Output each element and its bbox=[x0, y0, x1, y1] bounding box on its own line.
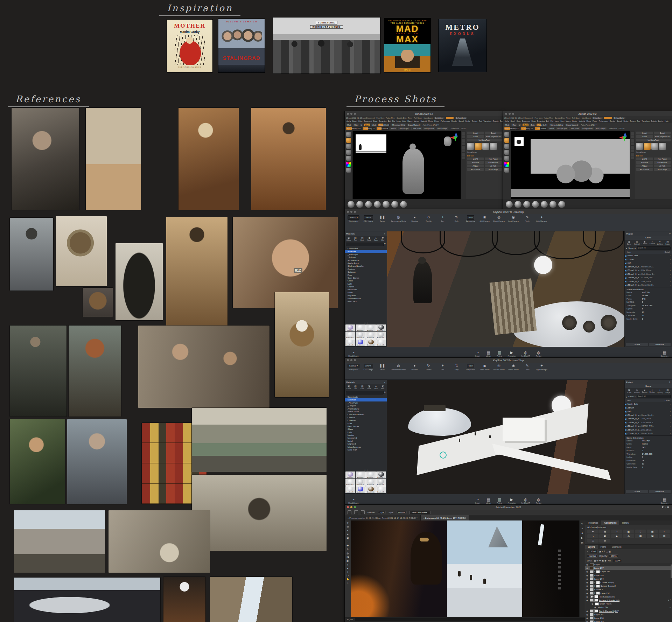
black-white-icon[interactable]: ◑ bbox=[587, 534, 598, 538]
zbrush-menu-item[interactable]: Macro bbox=[566, 120, 570, 122]
layer-row[interactable]: 8 Fire & Flames II (347) bbox=[585, 609, 672, 613]
layer-thumbnail[interactable] bbox=[590, 620, 594, 622]
zbrush-toolbar-button[interactable]: ActivePoints 171.344 bbox=[580, 124, 598, 126]
window-controls[interactable] bbox=[347, 506, 356, 508]
subtool-button[interactable]: All To Home bbox=[636, 168, 653, 171]
keyshot-toolbar-button[interactable]: ✦ Light Manager bbox=[536, 364, 547, 371]
posterize-icon[interactable]: ◪ bbox=[647, 534, 658, 538]
keyshot-toolbar-button[interactable]: ◙ Add Camera bbox=[479, 364, 490, 371]
window-title-bar[interactable]: KeyShot 10.2 Pro - war2.bip bbox=[345, 209, 672, 214]
zbrush-toolbar-button[interactable]: Close Holes bbox=[569, 127, 580, 130]
material-sphere-icon[interactable] bbox=[504, 156, 509, 161]
library-folder-item[interactable]: Glass bbox=[345, 428, 387, 431]
keyshot-toolbar-button[interactable]: ⇅ Dolly bbox=[451, 364, 462, 371]
zbrush-menu-item[interactable]: Marker bbox=[414, 120, 419, 122]
move-tool-icon[interactable]: ✛ bbox=[347, 522, 349, 524]
column-header-item[interactable]: Item bbox=[627, 399, 631, 402]
style-dropdown[interactable]: Normal bbox=[397, 511, 407, 514]
library-folder-item[interactable]: Liquids bbox=[345, 285, 387, 288]
zbrush-menu-item[interactable]: Texture bbox=[630, 120, 636, 122]
zbrush-toolbar-button[interactable]: TotalPoints 7.291.80 bbox=[608, 127, 625, 130]
wand-tool-icon[interactable]: ✦ bbox=[347, 533, 349, 536]
chevron-right-icon[interactable]: ▸ bbox=[626, 396, 627, 398]
toolbar-value-box[interactable]: 60,0 bbox=[467, 364, 475, 368]
subtool-button[interactable]: Rename bbox=[467, 161, 484, 164]
zbrush-toolbar-button[interactable]: Mirror And Weld bbox=[550, 124, 564, 126]
layer-name[interactable]: Smart Filters bbox=[600, 603, 611, 605]
zbrush-menu-item[interactable]: Edit bbox=[546, 120, 549, 122]
defaultscript-button[interactable]: DefaultScript bbox=[455, 117, 467, 119]
zbrush-toolbar-button[interactable]: Close Holes bbox=[411, 127, 422, 130]
project-tab[interactable]: ◙Camera bbox=[641, 240, 648, 245]
brush-icon[interactable] bbox=[346, 132, 351, 137]
zbrush-toolbar-button[interactable]: Zsub bbox=[371, 124, 377, 126]
keyshot-toolbar-button[interactable]: ❚❚ Pause bbox=[377, 215, 387, 222]
zbrush-menu-item[interactable]: Preferences bbox=[599, 120, 608, 122]
scene-search-input[interactable]: Search All bbox=[637, 246, 671, 250]
color-picker[interactable] bbox=[504, 162, 509, 167]
scene-tree-row[interactable]: ▣ ZBrush_0_b... Cloth Weave B... › bbox=[625, 272, 672, 276]
zbrush-menu-item[interactable]: File bbox=[392, 120, 395, 122]
dock-button[interactable]: ◍ Render bbox=[536, 497, 541, 504]
stamp-tool-icon[interactable]: ◍ bbox=[346, 552, 349, 555]
keyshot-toolbar-button[interactable]: ◍ Performance Mode bbox=[391, 364, 406, 371]
layer-name[interactable]: Curves 3 bbox=[594, 588, 603, 590]
layer-mask-thumbnail[interactable] bbox=[596, 592, 600, 595]
library-folder-item[interactable]: Metal bbox=[345, 440, 387, 442]
material-thumbnail[interactable]: Aluminum R... bbox=[345, 332, 355, 339]
layer-thumbnail[interactable] bbox=[590, 588, 594, 591]
layer-visibility-icon[interactable] bbox=[586, 567, 589, 569]
zbrush-menu-item[interactable]: Marker bbox=[572, 120, 578, 122]
curves-icon[interactable]: ◔ bbox=[611, 530, 622, 533]
material-sphere-row[interactable] bbox=[345, 199, 503, 209]
layer-row[interactable]: 8 Layer 290 bbox=[585, 616, 672, 620]
scene-tree-row[interactable]: ▣ Model Sets › bbox=[625, 254, 672, 258]
smart-filter-toggle-icon[interactable] bbox=[668, 599, 671, 601]
layer-visibility-icon[interactable] bbox=[586, 578, 589, 580]
hue-saturation-icon[interactable]: ▦ bbox=[647, 530, 658, 533]
project-tab[interactable]: ▣Scene bbox=[625, 240, 633, 245]
zbrush-menu-item[interactable]: Material bbox=[579, 120, 585, 122]
zbrush-menu-item[interactable]: Movie bbox=[587, 120, 591, 122]
zbrush-menu-item[interactable]: Alpha bbox=[505, 120, 509, 122]
material-thumbnail[interactable]: Aluminum R... bbox=[376, 479, 386, 486]
layer-row[interactable]: 8 Curves 3 copy 2 bbox=[585, 584, 672, 588]
zbrush-toolbar-button[interactable]: Mirror bbox=[390, 127, 397, 130]
layer-name[interactable]: Curves 3 copy bbox=[601, 581, 614, 583]
keyshot-toolbar-button[interactable]: ◎ Reset Camera bbox=[493, 215, 505, 222]
panel-tab[interactable]: History bbox=[619, 520, 632, 525]
layer-row[interactable]: 8 Layer 271 bbox=[585, 563, 672, 566]
panel-tab[interactable]: Properties bbox=[585, 520, 601, 525]
scene-materials-toggle[interactable]: Scene bbox=[626, 490, 648, 493]
subtool-button[interactable]: All To Target bbox=[485, 168, 502, 171]
keyshot-toolbar-button[interactable]: 100 % CPU Usage bbox=[363, 364, 373, 371]
toolbar-value-box[interactable]: 100 % bbox=[364, 364, 373, 368]
layer-row[interactable]: 8 Motion Blur bbox=[585, 606, 672, 609]
import-button[interactable]: Import bbox=[467, 132, 484, 134]
zbrush-menu-item[interactable]: Draw bbox=[532, 120, 536, 122]
window-controls[interactable] bbox=[347, 359, 356, 361]
project-tab[interactable]: ▤Image bbox=[664, 240, 671, 245]
secondary-color-icon[interactable] bbox=[504, 168, 509, 173]
scene-tree-row[interactable]: ▣ ZBrush_0_b... Human Skin 2... › bbox=[625, 265, 672, 269]
zbrush-menu-item[interactable]: Layer bbox=[555, 120, 559, 122]
library-folder-item[interactable]: Axalta Paint bbox=[345, 262, 387, 265]
library-tab[interactable]: ◧Text bbox=[352, 385, 359, 390]
material-thumbnail[interactable]: Aluminum ... bbox=[366, 471, 376, 478]
axis-gizmo[interactable] bbox=[450, 132, 459, 141]
exposure-icon[interactable]: ◧ bbox=[623, 530, 634, 533]
scene-materials-toggle[interactable]: Materials bbox=[649, 490, 671, 493]
library-folder-item[interactable]: Cloth and Leather bbox=[345, 265, 387, 267]
zbrush-toolbar-button[interactable]: Rgb Intensity 100 bbox=[504, 127, 520, 130]
dock-button[interactable]: ▤ Library bbox=[486, 497, 491, 504]
keyshot-toolbar-button[interactable]: ⇅ Dolly bbox=[451, 215, 462, 222]
zbrush-menu-item[interactable]: Dynamics bbox=[379, 120, 386, 122]
library-search-input[interactable] bbox=[346, 243, 384, 246]
cloud-library-button[interactable]: ◔ Cloud Library bbox=[348, 350, 359, 357]
subtool-button[interactable]: All High bbox=[654, 165, 671, 167]
scene-tree-row[interactable]: ▣ Model Sets › bbox=[625, 402, 672, 406]
library-folder-item[interactable]: Architectural bbox=[345, 407, 387, 410]
library-folder-item[interactable]: Measured bbox=[345, 288, 387, 291]
layer-row[interactable]: 8 Layer 283 bbox=[585, 620, 672, 622]
zbrush-menu-item[interactable]: Alpha bbox=[346, 120, 351, 122]
